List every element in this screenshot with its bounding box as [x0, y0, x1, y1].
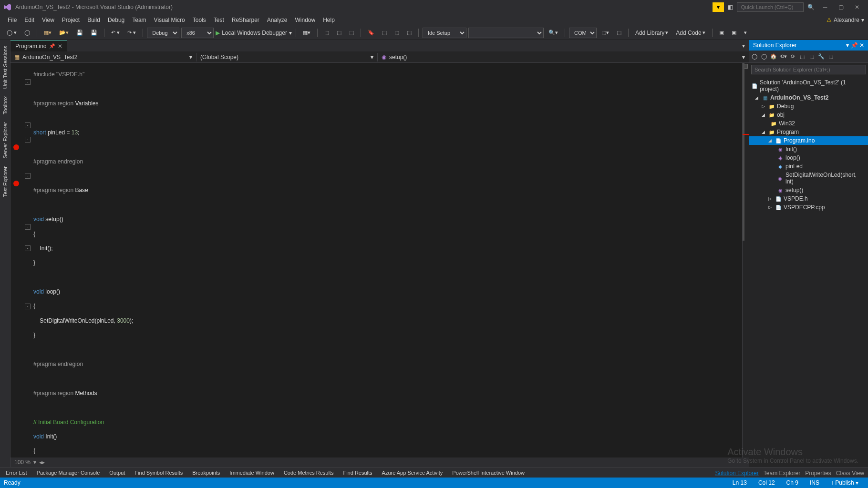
toolbar-btn-5[interactable]: ⬚	[379, 28, 390, 37]
menu-test[interactable]: Test	[210, 15, 228, 25]
user-name[interactable]: Alexandre	[834, 17, 859, 23]
sln-sync-icon[interactable]: ⟲▾	[780, 53, 786, 60]
close-tab-icon[interactable]: ✕	[58, 43, 62, 50]
breakpoint-icon[interactable]	[13, 144, 19, 150]
nav-project-combo[interactable]: ▦ArduinoOn_VS_Test2▾	[10, 53, 196, 61]
solution-search-input[interactable]	[751, 65, 866, 74]
menu-view[interactable]: View	[38, 15, 58, 25]
nav-scope-combo[interactable]: (Global Scope)▾	[196, 53, 378, 61]
toolbar-btn-8[interactable]: ⬚▾	[599, 28, 612, 37]
save-all-button[interactable]: 💾	[88, 28, 100, 37]
minimize-button[interactable]: ─	[818, 2, 832, 12]
btab-powershell[interactable]: PowerShell Interactive Window	[450, 469, 527, 477]
fold-icon[interactable]: -	[25, 122, 31, 128]
tree-folder-debug[interactable]: ▷📁Debug	[749, 102, 868, 111]
toolbar-btn-7[interactable]: ⬚	[404, 28, 414, 37]
toolbar-btn-3[interactable]: ⬚	[334, 28, 344, 37]
rail-tab-server-explorer[interactable]: Server Explorer	[1, 118, 9, 162]
sln-preview-icon[interactable]: ⬚	[827, 53, 834, 60]
rtab-properties[interactable]: Properties	[805, 470, 831, 477]
rtab-team-explorer[interactable]: Team Explorer	[764, 470, 800, 477]
menu-file[interactable]: File	[4, 15, 21, 25]
toolbar-btn-12[interactable]: ▾	[741, 28, 750, 37]
close-panel-icon[interactable]: ✕	[859, 42, 864, 49]
panel-options-icon[interactable]: ▾	[846, 42, 849, 49]
sln-properties-icon[interactable]: 🔧	[818, 53, 825, 60]
tree-folder-win32[interactable]: 📁Win32	[749, 119, 868, 128]
search-button[interactable]: 🔍▾	[546, 28, 561, 37]
nav-back-button[interactable]: ◯ ▾	[4, 28, 20, 37]
toolbar-btn-6[interactable]: ⬚	[392, 28, 402, 37]
tree-file-program-ino[interactable]: ◢📄Program.ino	[749, 136, 868, 145]
com-port-combo[interactable]: COM3	[569, 28, 597, 38]
undo-button[interactable]: ↶ ▾	[108, 28, 123, 37]
fold-icon[interactable]: -	[25, 137, 31, 142]
tree-field-pinled[interactable]: ◆pinLed	[749, 162, 868, 171]
nav-member-combo[interactable]: ◉setup()▾	[378, 53, 749, 61]
btab-find-symbol[interactable]: Find Symbol Results	[133, 469, 185, 477]
tree-method-loop[interactable]: ◉loop()	[749, 153, 868, 162]
feedback-icon[interactable]: ◧	[726, 4, 735, 10]
menu-tools[interactable]: Tools	[189, 15, 210, 25]
start-debugging-button[interactable]: ▶Local Windows Debugger▾	[216, 30, 292, 36]
menu-analyze[interactable]: Analyze	[263, 15, 291, 25]
btab-output[interactable]: Output	[107, 469, 127, 477]
btab-azure[interactable]: Azure App Service Activity	[380, 469, 445, 477]
close-button[interactable]: ✕	[850, 2, 864, 12]
new-button[interactable]: ▦▾	[41, 28, 54, 37]
menu-edit[interactable]: Edit	[21, 15, 38, 25]
board-combo[interactable]	[468, 28, 544, 38]
toolbar-btn-2[interactable]: ⬚	[321, 28, 332, 37]
solution-explorer-header[interactable]: Solution Explorer ▾ 📌 ✕	[749, 40, 868, 51]
fold-icon[interactable]: -	[25, 173, 31, 179]
open-button[interactable]: 📂▾	[56, 28, 72, 37]
platform-combo[interactable]: x86	[181, 28, 214, 38]
menu-window[interactable]: Window	[291, 15, 320, 25]
search-icon[interactable]: 🔍	[806, 4, 816, 10]
menu-visual-micro[interactable]: Visual Micro	[150, 15, 189, 25]
zoom-dropdown-icon[interactable]: ▾	[31, 459, 36, 466]
tree-folder-program[interactable]: ◢📁Program	[749, 128, 868, 136]
zoom-level[interactable]: 100 %	[14, 459, 31, 466]
fold-icon[interactable]: -	[25, 224, 31, 230]
rail-tab-test-explorer[interactable]: Test Explorer	[1, 163, 9, 201]
tree-solution-root[interactable]: 📄Solution 'ArduinoOn_VS_Test2' (1 projec…	[749, 78, 868, 93]
btab-breakpoints[interactable]: Breakpoints	[190, 469, 222, 477]
toolbar-btn-4[interactable]: ⬚	[346, 28, 357, 37]
menu-debug[interactable]: Debug	[104, 15, 128, 25]
tree-file-vspdecpp[interactable]: ▷📄VSPDECPP.cpp	[749, 203, 868, 212]
save-button[interactable]: 💾	[73, 28, 86, 37]
ide-combo[interactable]: Ide Setup	[423, 28, 466, 38]
tree-method-init[interactable]: ◉Init()	[749, 145, 868, 153]
redo-button[interactable]: ↷ ▾	[124, 28, 139, 37]
tree-folder-obj[interactable]: ◢📁obj	[749, 111, 868, 119]
sln-showall-icon[interactable]: ⬚	[808, 53, 815, 60]
sln-home-icon[interactable]: 🏠	[770, 53, 777, 60]
rail-tab-toolbox[interactable]: Toolbox	[1, 92, 9, 118]
pin-panel-icon[interactable]: 📌	[851, 42, 858, 49]
maximize-button[interactable]: ▢	[834, 2, 848, 12]
fold-icon[interactable]: -	[25, 245, 31, 251]
scroll-indicator[interactable]	[742, 63, 749, 458]
sln-back-icon[interactable]: ◯	[751, 53, 758, 60]
rail-tab-unit-test[interactable]: Unit Test Sessions	[1, 42, 9, 92]
tab-dropdown-icon[interactable]: ▾	[738, 42, 749, 49]
code-editor[interactable]: - - - - - - - #include "VSPDE.h" #pragma…	[10, 63, 749, 458]
fold-icon[interactable]: -	[25, 79, 31, 85]
btab-find-results[interactable]: Find Results	[341, 469, 374, 477]
sln-refresh-icon[interactable]: ⟳	[789, 53, 796, 60]
menu-build[interactable]: Build	[83, 15, 104, 25]
add-code-button[interactable]: Add Code▾	[673, 28, 708, 38]
code-content[interactable]: #include "VSPDE.h" #pragma region Variab…	[31, 63, 742, 458]
btab-pkg-mgr[interactable]: Package Manager Console	[35, 469, 102, 477]
rtab-solution-explorer[interactable]: Solution Explorer	[715, 470, 758, 477]
notifications-button[interactable]: ▾	[713, 2, 724, 12]
toolbar-btn-11[interactable]: ▣	[729, 28, 739, 37]
toolbar-btn-1[interactable]: ▦▾	[300, 28, 313, 37]
zoom-arrows-icon[interactable]: ◂▸	[36, 459, 45, 466]
menu-project[interactable]: Project	[58, 15, 83, 25]
tree-project[interactable]: ◢▦ArduinoOn_VS_Test2	[749, 93, 868, 102]
nav-fwd-button[interactable]: ◯	[21, 28, 33, 37]
toolbar-btn-9[interactable]: ⬚	[614, 28, 624, 37]
btab-error-list[interactable]: Error List	[4, 469, 29, 477]
